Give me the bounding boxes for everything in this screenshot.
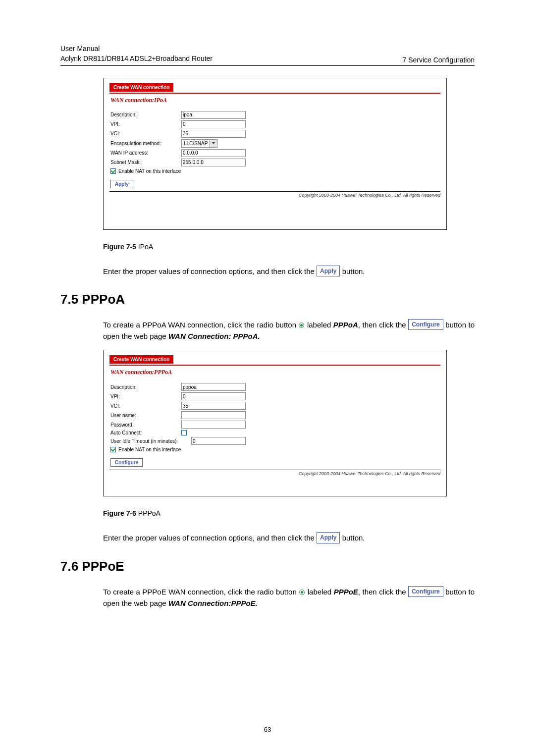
input-vci[interactable] [181, 402, 246, 410]
radio-selected-icon [299, 323, 304, 328]
tab-bar: Create WAN connection [109, 83, 440, 92]
figure-caption-7-6: Figure 7-6 PPPoA [103, 509, 447, 517]
copyright-line: Copyright 2003-2004 Huawei Technologies … [109, 191, 440, 198]
checkbox-nat[interactable] [110, 168, 116, 174]
radio-selected-icon [299, 590, 305, 595]
configure-button-inline[interactable]: Configure [408, 319, 443, 330]
figure-7-6: Create WAN connection WAN connection:PPP… [103, 350, 447, 517]
figure-7-5: Create WAN connection WAN connection:IPo… [103, 78, 447, 251]
input-wanip[interactable] [181, 149, 246, 157]
panel-rule [109, 93, 440, 94]
header-right: 7 Service Configuration [402, 56, 475, 64]
input-vpi[interactable] [181, 120, 246, 128]
row-password: Password: [109, 421, 440, 429]
label-password: Password: [109, 422, 181, 428]
ipoa-config-frame: Create WAN connection WAN connection:IPo… [103, 78, 447, 230]
row-encap: Encapsulation method: LLC/SNAP [109, 139, 440, 148]
header-left-line1: User Manual [60, 44, 213, 54]
chevron-down-icon[interactable] [210, 140, 217, 147]
text-bold-wan-pppoa: WAN Connection: PPPoA. [168, 332, 260, 340]
input-description[interactable] [181, 111, 246, 119]
tab-bar: Create WAN connection [109, 355, 440, 364]
panel-title-pppoa: WAN connection:PPPoA [110, 369, 440, 376]
tab-create-wan[interactable]: Create WAN connection [109, 355, 173, 364]
row-vci: VCI: [109, 130, 440, 138]
label-mask: Subnet Mask: [109, 160, 181, 165]
text-bold-pppoe: PPPoE [334, 588, 358, 596]
label-vci: VCI: [109, 131, 181, 136]
select-encap[interactable]: LLC/SNAP [181, 139, 217, 148]
text-part: button. [342, 267, 365, 275]
paragraph-apply-1: Enter the proper values of connection op… [103, 266, 475, 277]
label-autoconnect: Auto Connect: [109, 430, 181, 435]
configure-button-inline[interactable]: Configure [408, 586, 443, 597]
section-heading-7-6: 7.6 PPPoE [60, 559, 475, 574]
figure-caption-7-5: Figure 7-5 IPoA [103, 243, 447, 251]
row-nat: Enable NAT on this interface [110, 447, 440, 452]
row-vpi: VPI: [109, 392, 440, 400]
input-username[interactable] [181, 411, 246, 419]
text-part: , then click the [358, 321, 408, 329]
row-description: Description: [109, 111, 440, 119]
figure-caption-text: PPPoA [138, 509, 160, 517]
label-nat: Enable NAT on this interface [118, 168, 181, 174]
label-username: User name: [109, 413, 181, 418]
row-autoconnect: Auto Connect: [109, 430, 440, 435]
figure-caption-bold: Figure 7-5 [103, 243, 138, 251]
checkbox-nat[interactable] [110, 447, 116, 452]
label-idle: User Idle Timeout (in minutes): [109, 438, 191, 444]
row-description: Description: [109, 383, 440, 391]
tab-create-wan[interactable]: Create WAN connection [109, 83, 173, 92]
input-idle[interactable] [191, 437, 246, 445]
header-left-line2: Aolynk DR811/DR814 ADSL2+Broadband Route… [60, 54, 213, 63]
apply-button[interactable]: Apply [110, 180, 133, 188]
input-vci[interactable] [181, 130, 246, 138]
label-wanip: WAN IP address: [109, 150, 181, 156]
row-username: User name: [109, 411, 440, 419]
text-part: To create a PPPoE WAN connection, click … [103, 588, 299, 596]
panel-title-ipoa: WAN connection:IPoA [110, 97, 440, 104]
label-vci: VCI: [109, 403, 181, 409]
text-part: Enter the proper values of connection op… [103, 267, 317, 275]
row-wanip: WAN IP address: [109, 149, 440, 157]
text-part: , then click the [358, 588, 408, 596]
checkbox-autoconnect[interactable] [181, 430, 187, 435]
section-heading-7-5: 7.5 PPPoA [60, 292, 475, 307]
row-vci: VCI: [109, 402, 440, 410]
text-part: labeled [307, 321, 333, 329]
figure-caption-text: IPoA [138, 243, 153, 251]
text-part: Enter the proper values of connection op… [103, 534, 317, 542]
figure-caption-bold: Figure 7-6 [103, 509, 138, 517]
apply-button-inline[interactable]: Apply [317, 266, 340, 277]
label-vpi: VPI: [109, 394, 181, 399]
label-vpi: VPI: [109, 121, 181, 127]
panel-rule [109, 365, 440, 366]
text-part: To create a PPPoA WAN connection, click … [103, 321, 298, 329]
row-mask: Subnet Mask: [109, 159, 440, 166]
configure-button[interactable]: Configure [110, 458, 143, 467]
select-encap-value: LLC/SNAP [182, 141, 210, 146]
page-number: 63 [0, 726, 535, 733]
paragraph-apply-2: Enter the proper values of connection op… [103, 532, 475, 543]
input-description[interactable] [181, 383, 246, 391]
label-nat: Enable NAT on this interface [118, 447, 181, 452]
paragraph-pppoa: To create a PPPoA WAN connection, click … [103, 319, 475, 342]
text-part: labeled [308, 588, 334, 596]
row-nat: Enable NAT on this interface [110, 168, 440, 174]
text-bold-pppoa: PPPoA [333, 321, 358, 329]
header-left: User Manual Aolynk DR811/DR814 ADSL2+Bro… [60, 44, 213, 64]
pppoa-config-frame: Create WAN connection WAN connection:PPP… [103, 350, 447, 496]
input-mask[interactable] [181, 159, 246, 166]
text-bold-wan-pppoe: WAN Connection:PPPoE. [168, 599, 258, 607]
input-password[interactable] [181, 421, 246, 429]
text-part: button. [342, 534, 365, 542]
copyright-line: Copyright 2003-2004 Huawei Technologies … [109, 470, 440, 476]
label-encap: Encapsulation method: [109, 141, 181, 146]
page-header: User Manual Aolynk DR811/DR814 ADSL2+Bro… [60, 44, 475, 66]
label-description: Description: [109, 384, 181, 390]
row-vpi: VPI: [109, 120, 440, 128]
label-description: Description: [109, 112, 181, 117]
apply-button-inline[interactable]: Apply [317, 532, 340, 543]
paragraph-pppoe: To create a PPPoE WAN connection, click … [103, 586, 475, 609]
input-vpi[interactable] [181, 392, 246, 400]
